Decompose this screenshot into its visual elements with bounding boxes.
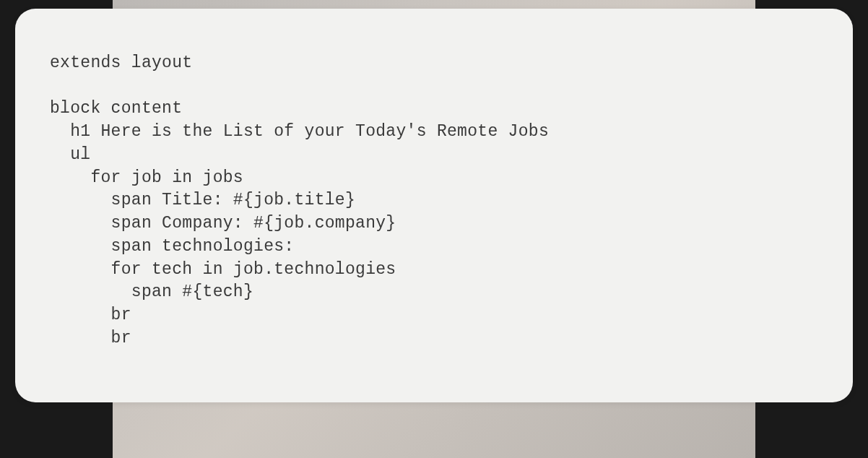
- code-snippet-card: extends layout block content h1 Here is …: [15, 9, 853, 402]
- code-content: extends layout block content h1 Here is …: [50, 52, 818, 350]
